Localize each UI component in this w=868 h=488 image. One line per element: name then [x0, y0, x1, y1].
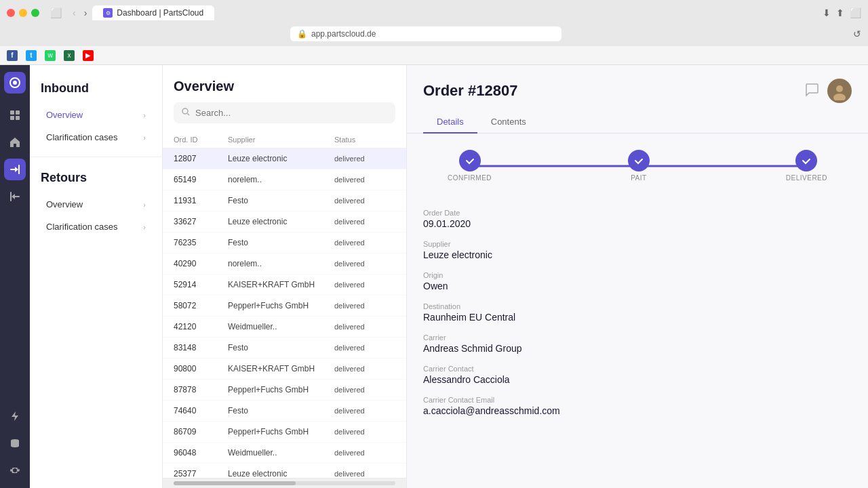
row-status: delivered	[334, 407, 395, 415]
bookmark-whatsapp-icon: w	[45, 50, 56, 61]
field-origin: Origin Owen	[423, 271, 852, 291]
maximize-button[interactable]	[31, 9, 39, 17]
table-row[interactable]: 87878 Pepperl+Fuchs GmbH delivered	[163, 380, 406, 401]
chevron-right-icon-4: ›	[143, 223, 146, 231]
row-id: 65149	[174, 175, 228, 184]
reload-icon[interactable]: ↺	[853, 28, 861, 39]
row-supplier: Festo	[228, 196, 334, 205]
search-input[interactable]	[195, 108, 387, 118]
bookmarks-bar: f t w x ▶	[0, 46, 868, 65]
table-row[interactable]: 83148 Festo delivered	[163, 338, 406, 359]
progress-tracker: CONFIRMED PAIT	[407, 134, 868, 198]
app-container: Inbound Overview › Clarification cases ›…	[0, 65, 868, 488]
field-carrier-contact-email-value: a.cacciola@andreasschmid.com	[423, 405, 852, 416]
table-row[interactable]: 12807 Leuze electronic delivered	[163, 148, 406, 169]
row-supplier: Festo	[228, 406, 334, 415]
row-supplier: norelem..	[228, 259, 334, 268]
scrollbar-track	[174, 481, 395, 485]
svg-point-11	[182, 108, 188, 114]
bookmark-twitter[interactable]: t	[26, 50, 37, 61]
share-icon[interactable]: ⬆	[836, 7, 844, 18]
table-row[interactable]: 40290 norelem.. delivered	[163, 253, 406, 274]
table-row[interactable]: 90800 KAISER+KRAFT GmbH delivered	[163, 359, 406, 380]
forward-button[interactable]: ›	[81, 6, 90, 20]
svg-rect-5	[16, 116, 20, 120]
row-supplier: Leuze electronic	[228, 469, 334, 478]
nav-item-inbound-clarification[interactable]: Clarification cases ›	[35, 127, 157, 148]
nav-icon-lightning[interactable]	[4, 405, 26, 427]
svg-line-12	[188, 114, 190, 116]
table-row[interactable]: 58072 Pepperl+Fuchs GmbH delivered	[163, 296, 406, 317]
table-row[interactable]: 52914 KAISER+KRAFT GmbH delivered	[163, 274, 406, 296]
field-destination: Destination Raunheim EU Central	[423, 302, 852, 323]
nav-icon-grid[interactable]	[4, 104, 26, 126]
table-row[interactable]: 33627 Leuze electronic delivered	[163, 211, 406, 232]
app-logo	[4, 72, 26, 94]
back-button[interactable]: ‹	[70, 6, 79, 20]
url-bar[interactable]: 🔒 app.partscloud.de	[290, 26, 561, 41]
table-row[interactable]: 76235 Festo delivered	[163, 232, 406, 253]
chat-icon[interactable]	[804, 82, 819, 100]
svg-rect-2	[10, 110, 14, 115]
sidebar-toggle-icon[interactable]: ⬜	[50, 7, 62, 18]
col-supplier: Supplier	[228, 136, 334, 144]
nav-item-inbound-overview[interactable]: Overview ›	[35, 104, 157, 125]
address-bar: 🔒 app.partscloud.de ↺	[0, 22, 868, 46]
table-row[interactable]: 42120 Weidmueller.. delivered	[163, 317, 406, 338]
url-text: app.partscloud.de	[311, 29, 376, 39]
table-row[interactable]: 65149 norelem.. delivered	[163, 169, 406, 190]
svg-rect-7	[18, 165, 20, 174]
browser-chrome: ⬜ ‹ › ⚙ Dashboard | PartsCloud ⬇ ⬆ ⬜ 🔒 a…	[0, 0, 868, 46]
tab-contents[interactable]: Contents	[477, 111, 540, 134]
bookmark-youtube-icon: ▶	[83, 50, 94, 61]
tab-details[interactable]: Details	[423, 111, 477, 134]
nav-icon-database[interactable]	[4, 432, 26, 454]
bookmark-excel[interactable]: x	[64, 50, 75, 61]
field-supplier: Supplier Leuze electronic	[423, 240, 852, 260]
table-row[interactable]: 25377 Leuze electronic delivered	[163, 464, 406, 478]
row-id: 52914	[174, 280, 228, 289]
table-row[interactable]: 11931 Festo delivered	[163, 190, 406, 211]
download-icon[interactable]: ⬇	[823, 7, 831, 18]
horizontal-scrollbar[interactable]	[163, 478, 406, 488]
step-confirmed-circle	[459, 150, 481, 171]
tab-label: Dashboard | PartsCloud	[117, 8, 203, 18]
row-status: delivered	[334, 323, 395, 331]
nav-icon-inbound[interactable]	[4, 159, 26, 180]
nav-item-inbound-clarification-label: Clarification cases	[46, 132, 118, 142]
overview-header: Overview	[163, 65, 406, 102]
field-order-date-label: Order Date	[423, 209, 852, 217]
nav-item-retours-clarification-label: Clarification cases	[46, 222, 118, 232]
search-icon	[182, 108, 190, 118]
nav-icon-outbound[interactable]	[4, 186, 26, 207]
nav-item-retours-clarification[interactable]: Clarification cases ›	[35, 216, 157, 237]
table-row[interactable]: 96048 Weidmueller.. delivered	[163, 443, 406, 464]
retours-section-title: Retours	[30, 165, 162, 193]
bookmark-whatsapp[interactable]: w	[45, 50, 56, 61]
row-supplier: Festo	[228, 343, 334, 352]
bookmark-youtube[interactable]: ▶	[83, 50, 94, 61]
close-button[interactable]	[7, 9, 15, 17]
active-tab[interactable]: ⚙ Dashboard | PartsCloud	[92, 5, 214, 20]
table-row[interactable]: 86709 Pepperl+Fuchs GmbH delivered	[163, 422, 406, 443]
row-status: delivered	[334, 365, 395, 373]
field-destination-label: Destination	[423, 302, 852, 310]
tab-favicon: ⚙	[103, 8, 113, 18]
row-status: delivered	[334, 386, 395, 394]
new-window-icon[interactable]: ⬜	[850, 7, 861, 18]
nav-item-retours-overview[interactable]: Overview ›	[35, 194, 157, 215]
row-supplier: KAISER+KRAFT GmbH	[228, 364, 334, 373]
minimize-button[interactable]	[19, 9, 27, 17]
search-box[interactable]	[174, 102, 395, 123]
nav-icon-settings[interactable]	[4, 460, 26, 481]
orders-table: Ord. ID Supplier Status 12807 Leuze elec…	[163, 131, 406, 478]
row-status: delivered	[334, 302, 395, 310]
row-supplier: Weidmueller..	[228, 448, 334, 458]
bookmark-facebook[interactable]: f	[7, 50, 18, 61]
favicon-letter: ⚙	[106, 10, 111, 16]
chevron-right-icon-3: ›	[143, 201, 146, 209]
progress-step-paid: PAIT	[628, 150, 650, 182]
nav-icon-home[interactable]	[4, 131, 26, 153]
order-detail-header: Order #12807	[407, 65, 868, 111]
table-row[interactable]: 74640 Festo delivered	[163, 401, 406, 422]
